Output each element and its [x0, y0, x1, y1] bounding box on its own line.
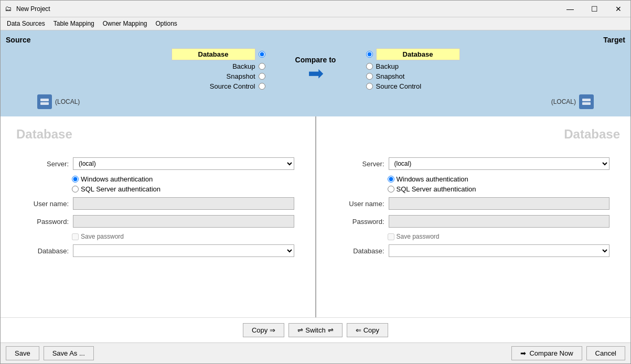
menu-owner-mapping[interactable]: Owner Mapping — [99, 18, 152, 29]
left-server-select[interactable]: (local) — [73, 157, 294, 170]
switch-label: Switch — [305, 326, 325, 334]
copy-left-button[interactable]: Copy ⇒ — [243, 323, 284, 337]
arrow-box: ➡ — [300, 64, 331, 83]
left-username-input[interactable] — [73, 197, 294, 210]
left-server-label: Server: — [22, 160, 69, 168]
left-username-control — [73, 197, 294, 210]
right-snapshot-label: Snapshot — [376, 72, 405, 80]
menu-options[interactable]: Options — [151, 18, 181, 29]
right-password-input[interactable] — [389, 215, 610, 228]
svg-rect-2 — [582, 99, 591, 101]
bottom-buttons: Copy ⇒ ⇌ Switch ⇌ ⇐ Copy — [1, 317, 630, 342]
right-backup-radio[interactable] — [366, 63, 373, 70]
source-target-row: Source Target — [1, 36, 630, 44]
right-sql-auth-radio[interactable] — [388, 186, 394, 192]
left-database-row: Database: — [22, 244, 294, 257]
right-sql-auth-row: SQL Server authentication — [388, 185, 610, 193]
left-database-control — [73, 244, 294, 257]
content-area: Source Target Database Backup Snap — [1, 30, 630, 342]
switch-icon-right: ⇌ — [328, 326, 334, 334]
right-snapshot-option: Snapshot — [366, 72, 405, 80]
save-button[interactable]: Save — [6, 346, 39, 360]
menu-bar: Data Sources Table Mapping Owner Mapping… — [1, 17, 630, 30]
left-backup-radio[interactable] — [259, 63, 265, 70]
server-icons-row: (LOCAL) (LOCAL) — [1, 92, 630, 111]
left-sql-auth-radio[interactable] — [72, 186, 79, 192]
target-label: Target — [48, 36, 625, 44]
left-database-radio[interactable] — [259, 51, 265, 58]
db-panels: Database Server: (local) — [1, 116, 630, 317]
right-sql-auth-label: SQL Server authentication — [397, 185, 476, 193]
left-options: Database Backup Snapshot Source Control — [6, 48, 271, 90]
app-icon: 🗂 — [5, 5, 13, 13]
left-username-row: User name: — [22, 197, 294, 210]
main-window: 🗂 New Project — ☐ ✕ Data Sources Table M… — [0, 0, 631, 364]
top-panel: Source Target Database Backup Snap — [1, 30, 630, 116]
right-server-label: Server: — [337, 160, 384, 168]
left-snapshot-label: Snapshot — [227, 72, 255, 80]
maximize-button[interactable]: ☐ — [582, 1, 606, 17]
svg-rect-3 — [582, 102, 591, 105]
left-auth-group: Windows authentication SQL Server authen… — [72, 175, 294, 193]
left-database-select[interactable] — [73, 244, 294, 257]
left-snapshot-option: Snapshot — [227, 72, 265, 80]
right-database-radio[interactable] — [366, 51, 373, 58]
menu-data-sources[interactable]: Data Sources — [3, 18, 49, 29]
cancel-button[interactable]: Cancel — [586, 346, 625, 360]
switch-icon-left: ⇌ — [297, 326, 303, 334]
compare-now-icon: ➡ — [520, 349, 526, 357]
right-database-row: Database: — [337, 244, 610, 257]
right-server-row: Server: (local) — [337, 157, 610, 170]
left-backup-label: Backup — [232, 62, 255, 70]
left-snapshot-radio[interactable] — [259, 73, 265, 80]
left-sql-auth-label: SQL Server authentication — [81, 185, 161, 193]
compare-now-button[interactable]: ➡ Compare Now — [511, 346, 582, 360]
right-server-select[interactable]: (local) — [389, 157, 610, 170]
right-username-control — [389, 197, 610, 210]
compare-section: Database Backup Snapshot Source Control — [1, 46, 630, 92]
right-windows-auth-radio[interactable] — [388, 176, 394, 183]
compare-to-section: Compare to ➡ — [274, 56, 358, 83]
left-database-form-label: Database: — [22, 247, 69, 255]
right-save-password-checkbox[interactable] — [388, 233, 394, 240]
left-username-label: User name: — [22, 200, 69, 208]
right-backup-label: Backup — [376, 62, 399, 70]
right-username-label: User name: — [337, 200, 384, 208]
left-sourcecontrol-radio[interactable] — [259, 83, 265, 90]
left-server-name: (LOCAL) — [55, 98, 80, 105]
left-password-input[interactable] — [73, 215, 294, 228]
svg-rect-1 — [40, 102, 49, 105]
window-controls: — ☐ ✕ — [558, 1, 630, 17]
left-windows-auth-radio[interactable] — [72, 176, 79, 183]
menu-table-mapping[interactable]: Table Mapping — [49, 18, 99, 29]
right-form: Server: (local) Windows authen — [327, 152, 621, 267]
minimize-button[interactable]: — — [558, 1, 582, 17]
copy-right-label: Copy — [363, 326, 379, 334]
right-database-form-label: Database: — [337, 247, 384, 255]
svg-rect-0 — [40, 99, 49, 101]
right-save-password-row: Save password — [388, 233, 610, 240]
left-server-control: (local) — [73, 157, 294, 170]
footer: Save Save As ... ➡ Compare Now Cancel — [1, 342, 630, 363]
left-save-password-checkbox[interactable] — [72, 233, 79, 240]
left-database-option: Database — [172, 48, 265, 60]
right-password-control — [389, 215, 610, 228]
right-sourcecontrol-label: Source Control — [376, 82, 422, 90]
left-save-password-row: Save password — [72, 233, 294, 240]
right-server-name: (LOCAL) — [551, 98, 576, 105]
left-sourcecontrol-label: Source Control — [210, 82, 255, 90]
left-server-icon — [37, 94, 52, 109]
save-as-button[interactable]: Save As ... — [44, 346, 94, 360]
copy-right-button[interactable]: ⇐ Copy — [347, 323, 388, 337]
right-database-select[interactable] — [389, 244, 610, 257]
right-username-input[interactable] — [389, 197, 610, 210]
switch-button[interactable]: ⇌ Switch ⇌ — [288, 323, 342, 337]
right-save-password-label: Save password — [397, 233, 440, 240]
right-snapshot-radio[interactable] — [366, 73, 373, 80]
close-button[interactable]: ✕ — [606, 1, 630, 17]
left-windows-auth-label: Windows authentication — [81, 175, 153, 183]
footer-right: ➡ Compare Now Cancel — [511, 346, 625, 360]
right-database-option: Database — [366, 48, 460, 60]
right-sourcecontrol-radio[interactable] — [366, 83, 373, 90]
right-server-icon — [579, 94, 594, 109]
